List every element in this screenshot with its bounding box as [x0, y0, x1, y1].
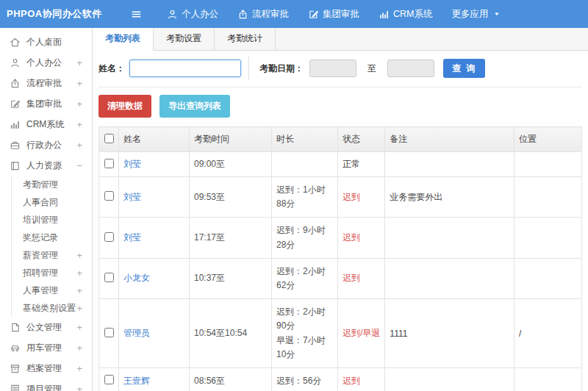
row-checkbox[interactable] [104, 159, 114, 168]
sidebar-item-档案管理[interactable]: 档案管理+ [0, 358, 92, 379]
expand-toggle: + [76, 303, 82, 314]
sidebar-item-CRM系统[interactable]: CRM系统+ [0, 114, 92, 134]
duration-cell: 迟到：9小时28分 [272, 218, 338, 258]
car-icon [10, 342, 21, 354]
project-icon [10, 384, 21, 391]
main-content: 考勤列表考勤设置考勤统计 姓名： 考勤日期： 至 查 询 清理数据 导出查询列表 [93, 28, 588, 391]
row-checkbox[interactable] [104, 232, 114, 242]
table-header-row: 姓名 考勤时间 时长 状态 备注 位置 [99, 127, 582, 152]
expand-toggle: + [75, 119, 82, 130]
tab-考勤统计[interactable]: 考勤统计 [215, 28, 276, 50]
home-icon [10, 37, 21, 48]
date-to-input[interactable] [387, 60, 434, 77]
duration-cell [272, 152, 338, 177]
sidebar-subitem-薪资管理[interactable]: 薪资管理+ [12, 246, 92, 264]
sidebar-subitem-label: 人事管理 [23, 284, 75, 297]
nav-item-4[interactable]: 更多应用 [442, 0, 510, 28]
note-cell [385, 367, 514, 391]
status-badge: 迟到/早退 [343, 328, 380, 338]
duration-line: 迟到：1小时88分 [276, 183, 333, 211]
row-checkbox[interactable] [104, 328, 114, 337]
expand-toggle: + [75, 322, 82, 333]
employee-name-link[interactable]: 王壹辉 [123, 376, 150, 386]
search-button[interactable]: 查 询 [443, 59, 485, 78]
sidebar-subitem-人事管理[interactable]: 人事管理+ [12, 281, 92, 299]
sidebar-subitem-考勤管理[interactable]: 考勤管理 [12, 176, 92, 193]
status-cell: 迟到 [338, 258, 385, 298]
sidebar-item-项目管理[interactable]: 项目管理+ [0, 379, 92, 391]
tab-考勤设置[interactable]: 考勤设置 [154, 28, 215, 50]
table-row: 小龙女10:37至迟到：2小时62分迟到 [99, 258, 582, 298]
sidebar-item-公文管理[interactable]: 公文管理+ [0, 317, 92, 337]
table-row: 刘莹09:53至迟到：1小时88分迟到业务需要外出 [99, 177, 582, 218]
sidebar-subitem-招聘管理[interactable]: 招聘管理+ [12, 264, 92, 281]
user-icon [167, 9, 178, 20]
nav-item-0[interactable]: 个人办公 [157, 0, 228, 28]
duration-cell: 迟到：2小时62分 [272, 258, 338, 298]
table-row: 王壹辉08:56至迟到：56分迟到 [99, 367, 582, 391]
attendance-time-cell: 10:37至 [190, 258, 272, 298]
nav-item-2[interactable]: 集团审批 [298, 0, 369, 28]
row-checkbox[interactable] [104, 191, 114, 201]
sidebar-item-流程审批[interactable]: 流程审批+ [0, 73, 92, 93]
employee-name-link[interactable]: 小龙女 [123, 273, 150, 283]
name-filter-label: 姓名： [98, 62, 125, 75]
sidebar-subitem-基础类别设置[interactable]: 基础类别设置+ [12, 299, 92, 317]
expand-toggle: + [75, 268, 82, 279]
table-body: 刘莹09:00至正常刘莹09:53至迟到：1小时88分迟到业务需要外出刘莹17:… [99, 152, 582, 391]
sidebar-subitem-人事合同[interactable]: 人事合同 [12, 193, 92, 211]
date-from-input[interactable] [309, 60, 356, 77]
status-cell: 迟到 [338, 367, 385, 391]
nav-item-1[interactable]: 流程审批 [228, 0, 298, 28]
sidebar-item-行政办公[interactable]: 行政办公+ [0, 134, 92, 155]
attendance-table: 姓名 考勤时间 时长 状态 备注 位置 刘莹09:00至正常刘莹09:53至迟到… [98, 126, 582, 391]
note-cell [385, 258, 514, 298]
employee-name-link[interactable]: 刘莹 [123, 232, 141, 243]
duration-line: 早退：7小时10分 [276, 334, 333, 362]
row-checkbox[interactable] [104, 273, 114, 282]
sidebar-item-个人办公[interactable]: 个人办公+ [0, 52, 92, 73]
table-row: 管理员10:54至10:54迟到：2小时90分早退：7小时10分迟到/早退111… [99, 299, 582, 368]
row-checkbox[interactable] [104, 375, 114, 384]
nav-item-3[interactable]: CRM系统 [369, 0, 442, 28]
sidebar-subitem-培训管理[interactable]: 培训管理 [12, 211, 92, 229]
tab-考勤列表[interactable]: 考勤列表 [93, 28, 154, 51]
book-icon [10, 160, 21, 171]
app-logo[interactable]: PHPOA协同办公软件 [0, 7, 118, 21]
location-cell: / [514, 299, 582, 368]
nav-item-label: CRM系统 [393, 8, 432, 21]
share-icon [237, 9, 248, 20]
sidebar-subitem-label: 薪资管理 [23, 249, 75, 262]
column-header-name: 姓名 [119, 127, 190, 152]
status-badge: 正常 [343, 159, 360, 169]
name-filter-input[interactable] [129, 60, 241, 77]
sidebar-item-用车管理[interactable]: 用车管理+ [0, 337, 92, 358]
sidebar-subitem-奖惩记录[interactable]: 奖惩记录 [12, 229, 92, 246]
employee-name-link[interactable]: 刘莹 [123, 159, 141, 169]
column-header-note: 备注 [385, 127, 514, 152]
sidebar-item-label: 行政办公 [26, 139, 75, 151]
sidebar-subitem-label: 培训管理 [23, 214, 75, 226]
sidebar-item-label: CRM系统 [26, 118, 75, 131]
date-to-label: 至 [368, 62, 376, 75]
select-all-checkbox[interactable] [104, 134, 114, 143]
sidebar-item-label: 公文管理 [26, 321, 75, 334]
export-list-button[interactable]: 导出查询列表 [159, 95, 230, 118]
user-icon [10, 57, 21, 68]
sidebar-item-集团审批[interactable]: 集团审批+ [0, 93, 92, 114]
caret-down-icon [493, 10, 501, 18]
expand-toggle: + [75, 363, 82, 374]
location-cell [514, 218, 582, 258]
date-filter-label: 考勤日期： [259, 62, 304, 75]
sidebar-item-个人桌面[interactable]: 个人桌面 [0, 32, 92, 52]
status-badge: 迟到 [343, 273, 360, 283]
sidebar-item-人力资源[interactable]: 人力资源− [0, 155, 92, 176]
hamburger-menu-icon[interactable] [131, 9, 146, 20]
status-cell: 迟到/早退 [338, 299, 385, 368]
location-cell [514, 258, 582, 298]
employee-name-link[interactable]: 刘莹 [123, 192, 141, 202]
nav-item-label: 更多应用 [451, 8, 488, 21]
sidebar-item-label: 项目管理 [26, 383, 75, 391]
clear-data-button[interactable]: 清理数据 [98, 95, 151, 118]
employee-name-link[interactable]: 管理员 [123, 328, 150, 338]
